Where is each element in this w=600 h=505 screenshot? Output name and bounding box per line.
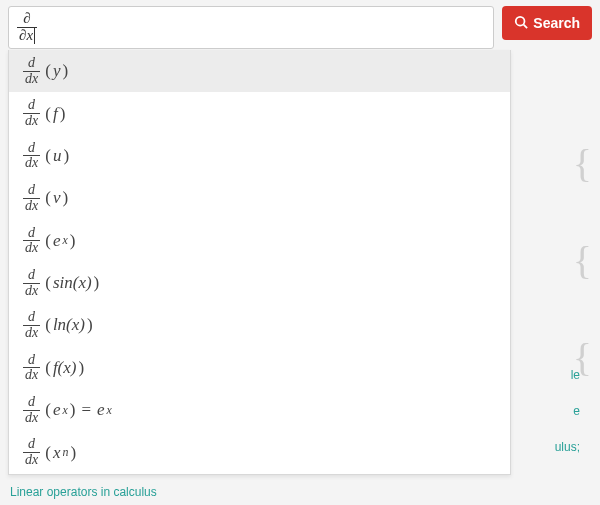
background-links-partial: le e ulus;: [555, 357, 580, 465]
suggestion-item[interactable]: ddx(f): [9, 92, 510, 134]
top-bar: ∂ ∂x Search: [0, 0, 600, 49]
svg-point-0: [516, 16, 525, 25]
search-button[interactable]: Search: [502, 6, 592, 40]
search-input[interactable]: ∂ ∂x: [8, 6, 494, 49]
svg-line-1: [524, 24, 528, 28]
search-button-label: Search: [533, 15, 580, 31]
input-denominator: ∂x: [17, 27, 37, 45]
suggestion-item[interactable]: ddx(f(x)): [9, 347, 510, 389]
suggestion-item[interactable]: ddx(u): [9, 135, 510, 177]
suggestion-dropdown: ddx(y)ddx(f)ddx(u)ddx(v)ddx(ex)ddx(sin(x…: [8, 50, 511, 475]
background-decor: {{{: [573, 140, 592, 381]
suggestion-item[interactable]: ddx(v): [9, 177, 510, 219]
suggestion-item[interactable]: ddx(ex): [9, 220, 510, 262]
suggestion-item[interactable]: ddx(ln(x)): [9, 304, 510, 346]
input-numerator: ∂: [17, 11, 37, 27]
suggestion-item[interactable]: ddx(y): [9, 50, 510, 92]
suggestion-item[interactable]: ddx(sin(x)): [9, 262, 510, 304]
search-icon: [514, 15, 528, 32]
suggestion-item[interactable]: ddx(xn): [9, 431, 510, 473]
footer-link[interactable]: Linear operators in calculus: [10, 485, 157, 499]
suggestion-item[interactable]: ddx(ex)=ex: [9, 389, 510, 431]
